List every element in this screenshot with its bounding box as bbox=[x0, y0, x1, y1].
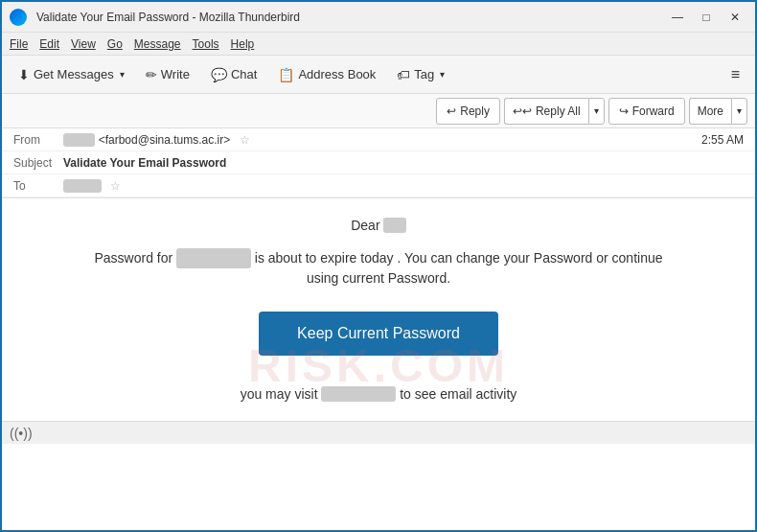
menu-go[interactable]: Go bbox=[107, 37, 123, 51]
more-dropdown-button[interactable]: ▾ bbox=[731, 98, 747, 125]
from-row: From <farbod@sina.tums.ac.ir> ☆ 2:55 AM bbox=[2, 128, 755, 151]
message-blurred bbox=[176, 248, 251, 268]
main-toolbar: ⬇ Get Messages ▾ ✏ Write 💬 Chat 📋 Addres… bbox=[2, 56, 755, 94]
tag-button[interactable]: 🏷 Tag ▾ bbox=[388, 60, 453, 89]
get-messages-dropdown-icon: ▾ bbox=[120, 69, 125, 80]
reply-all-button[interactable]: ↩↩ Reply All bbox=[504, 98, 588, 125]
message-text: Password for is about to expire today . … bbox=[91, 248, 666, 289]
reply-icon: ↩ bbox=[447, 104, 456, 118]
maximize-button[interactable]: □ bbox=[694, 8, 719, 27]
app-logo bbox=[10, 9, 27, 26]
menu-edit[interactable]: Edit bbox=[39, 37, 59, 51]
status-bar: ((•)) bbox=[2, 421, 755, 444]
subject-label: Subject bbox=[13, 156, 63, 170]
email-body-content: Dear Password for is about to expire tod… bbox=[91, 218, 666, 402]
to-star-icon[interactable]: ☆ bbox=[110, 179, 121, 193]
title-bar: Validate Your Email Password - Mozilla T… bbox=[2, 2, 755, 33]
pencil-icon: ✏ bbox=[146, 67, 157, 82]
menu-file[interactable]: File bbox=[10, 37, 28, 51]
dear-blurred bbox=[383, 218, 405, 233]
from-name-blurred bbox=[63, 133, 95, 147]
to-label: To bbox=[13, 179, 63, 193]
footer-text: you may visit to see email activity bbox=[91, 386, 666, 402]
tag-icon: 🏷 bbox=[397, 67, 410, 82]
to-value: ☆ bbox=[63, 179, 744, 193]
dear-prefix: Dear bbox=[351, 218, 379, 233]
subject-value: Validate Your Email Password bbox=[63, 156, 744, 170]
to-name-blurred bbox=[63, 179, 102, 193]
from-star-icon[interactable]: ☆ bbox=[240, 133, 250, 147]
window-controls: — □ ✕ bbox=[665, 8, 747, 27]
reply-all-icon: ↩↩ bbox=[513, 104, 532, 118]
email-body: Dear Password for is about to expire tod… bbox=[2, 198, 755, 421]
forward-button[interactable]: ↪ Forward bbox=[608, 98, 685, 125]
more-button[interactable]: More bbox=[689, 98, 731, 125]
to-row: To ☆ bbox=[2, 174, 755, 197]
address-book-button[interactable]: 📋 Address Book bbox=[269, 60, 384, 89]
forward-icon: ↪ bbox=[619, 104, 629, 118]
menu-message[interactable]: Message bbox=[134, 37, 181, 51]
message-line2: using current Password. bbox=[307, 270, 450, 286]
from-address: <farbod@sina.tums.ac.ir> bbox=[99, 133, 231, 147]
get-messages-button[interactable]: ⬇ Get Messages ▾ bbox=[10, 60, 133, 89]
tag-dropdown-icon: ▾ bbox=[440, 69, 445, 80]
from-value: <farbod@sina.tums.ac.ir> ☆ bbox=[63, 133, 701, 147]
message-prefix: Password for bbox=[94, 250, 172, 266]
footer-blurred bbox=[321, 386, 396, 402]
subject-row: Subject Validate Your Email Password bbox=[2, 151, 755, 174]
menu-view[interactable]: View bbox=[71, 37, 96, 51]
message-suffix: is about to expire today . You can chang… bbox=[255, 250, 663, 266]
chat-icon: 💬 bbox=[211, 67, 227, 82]
download-icon: ⬇ bbox=[18, 67, 30, 82]
email-time: 2:55 AM bbox=[701, 133, 744, 147]
chat-button[interactable]: 💬 Chat bbox=[202, 60, 265, 89]
more-split-button: More ▾ bbox=[689, 98, 747, 125]
close-button[interactable]: ✕ bbox=[723, 8, 747, 27]
menu-help[interactable]: Help bbox=[231, 37, 255, 51]
menu-tools[interactable]: Tools bbox=[193, 37, 219, 51]
minimize-button[interactable]: — bbox=[665, 8, 690, 27]
reply-button[interactable]: ↩ Reply bbox=[436, 98, 500, 125]
menu-bar: File Edit View Go Message Tools Help bbox=[2, 33, 755, 56]
dear-line: Dear bbox=[91, 218, 666, 233]
from-label: From bbox=[13, 133, 63, 147]
action-bar: ↩ Reply ↩↩ Reply All ▾ ↪ Forward More ▾ bbox=[2, 94, 755, 128]
footer-prefix: you may visit bbox=[241, 386, 318, 402]
reply-all-split-button: ↩↩ Reply All ▾ bbox=[504, 98, 605, 125]
email-headers: From <farbod@sina.tums.ac.ir> ☆ 2:55 AM … bbox=[2, 128, 755, 198]
hamburger-menu-button[interactable]: ≡ bbox=[723, 62, 747, 87]
window-title: Validate Your Email Password - Mozilla T… bbox=[36, 11, 300, 24]
reply-all-dropdown-button[interactable]: ▾ bbox=[588, 98, 605, 125]
addressbook-icon: 📋 bbox=[278, 67, 294, 82]
connection-status-icon: ((•)) bbox=[10, 426, 33, 441]
write-button[interactable]: ✏ Write bbox=[137, 60, 198, 89]
keep-password-button[interactable]: Keep Current Password bbox=[259, 312, 498, 356]
footer-suffix: to see email activity bbox=[400, 386, 516, 402]
